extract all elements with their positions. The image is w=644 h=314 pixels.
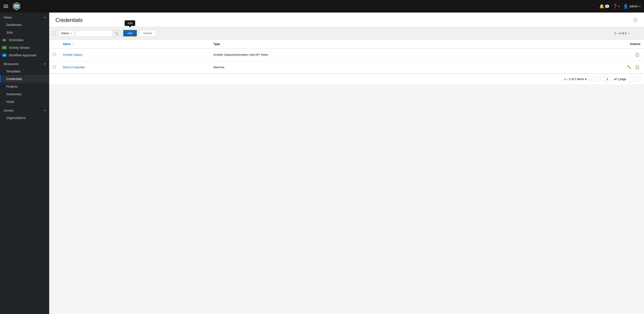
- delete-button[interactable]: Delete: [139, 30, 156, 36]
- sidebar-item-activity-stream[interactable]: ✓ Activity Stream: [0, 44, 49, 52]
- nav-right: 🔔 0 ❓ ▾ 👤 admin ▾: [599, 4, 640, 9]
- top-navigation: AWX 🔔 0 ❓ ▾ 👤 admin ▾: [0, 0, 644, 12]
- sidebar-item-organizations[interactable]: Organizations: [0, 114, 49, 122]
- search-wrap: 🔍: [76, 30, 121, 36]
- items-per-page-text: 1 – 2 of 2 items: [564, 78, 584, 81]
- items-per-page-dropdown[interactable]: 1 – 2 of 2 items ▾: [564, 78, 586, 81]
- filter-caret-icon: ▾: [70, 32, 72, 34]
- main-content: Credentials 🕐 Name ▾ 🔍 Add Add Delete: [49, 12, 644, 314]
- help-menu[interactable]: ❓ ▾: [613, 4, 620, 9]
- history-button[interactable]: 🕐: [633, 18, 638, 22]
- row-name-cell-1: Demo Credential: [59, 61, 210, 74]
- page-total-text: of 1 page: [614, 78, 626, 81]
- user-caret-icon: ▾: [639, 5, 640, 8]
- search-input[interactable]: [76, 30, 112, 36]
- filter-label: Name: [61, 32, 69, 35]
- toolbar-pagination-caret-icon[interactable]: ▾: [628, 32, 630, 34]
- sidebar-item-credentials[interactable]: Credentials: [0, 75, 49, 83]
- col-checkbox: [49, 40, 59, 48]
- copy-icon-0[interactable]: 📋: [634, 52, 640, 58]
- toolbar: Name ▾ 🔍 Add Add Delete 1 – 2 of 2 ▾ ‹ ›: [49, 27, 644, 40]
- sidebar-item-workflow-approvals[interactable]: ⇄ Workflow Approvals: [0, 52, 49, 59]
- hamburger-menu[interactable]: [4, 5, 8, 8]
- row-name-cell-0: Ansible Galaxy: [59, 48, 210, 61]
- add-button[interactable]: Add: [123, 30, 137, 37]
- row-actions-cell-1: ✏️ 📋: [532, 61, 644, 74]
- col-actions-header: Actions: [532, 40, 644, 48]
- row-checkbox-cell: [49, 48, 59, 61]
- sidebar-item-inventories[interactable]: Inventories: [0, 90, 49, 98]
- page-header: Credentials 🕐: [49, 12, 644, 27]
- nav-left: AWX: [4, 1, 22, 11]
- row-checkbox-cell: [49, 61, 59, 74]
- toolbar-pagination-text: 1 – 2 of 2: [614, 32, 626, 35]
- sidebar-access-header[interactable]: Access ▾: [0, 106, 49, 114]
- table-row: Ansible Galaxy Ansible Galaxy/Automation…: [49, 48, 644, 61]
- items-per-page-caret-icon: ▾: [585, 78, 586, 81]
- workflow-badge: ⇄: [2, 54, 7, 57]
- logo[interactable]: AWX: [12, 1, 22, 11]
- bell-icon: 🔔: [599, 4, 604, 9]
- col-name-header[interactable]: Name ↑: [59, 40, 210, 48]
- access-caret-icon: ▾: [44, 109, 46, 112]
- sidebar-views-label: Views: [4, 16, 12, 19]
- sidebar-resources-label: Resources: [4, 62, 18, 66]
- toolbar-prev-arrow-icon[interactable]: ‹: [631, 31, 635, 36]
- row-checkbox-1[interactable]: [53, 66, 56, 68]
- activity-stream-badge: ✓: [2, 46, 7, 50]
- prev-page-button[interactable]: ‹: [596, 76, 600, 82]
- filter-dropdown[interactable]: Name ▾: [59, 30, 74, 36]
- sidebar-item-projects[interactable]: Projects: [0, 83, 49, 90]
- sidebar-item-schedules[interactable]: 11 Schedules: [0, 36, 49, 44]
- svg-text:AWX: AWX: [14, 5, 19, 8]
- history-icon: 🕐: [633, 18, 638, 22]
- views-caret-icon: ▾: [44, 16, 46, 19]
- awx-logo-icon: AWX: [12, 1, 22, 11]
- select-all-checkbox[interactable]: [53, 32, 56, 35]
- help-caret: ▾: [618, 5, 620, 8]
- last-page-button[interactable]: »: [635, 76, 640, 82]
- table-footer: 1 – 2 of 2 items ▾ « ‹ of 1 page › »: [49, 74, 644, 84]
- toolbar-right: 1 – 2 of 2 ▾ ‹ ›: [614, 31, 640, 36]
- first-page-button[interactable]: «: [589, 76, 594, 82]
- row-type-cell-1: Machine: [210, 61, 532, 74]
- help-icon: ❓: [613, 4, 618, 9]
- credential-link-0[interactable]: Ansible Galaxy: [63, 53, 82, 56]
- sidebar-views-header[interactable]: Views ▾: [0, 12, 49, 21]
- sidebar-item-hosts[interactable]: Hosts: [0, 98, 49, 106]
- notification-count: 0: [605, 5, 609, 8]
- copy-icon-1[interactable]: 📋: [634, 64, 640, 70]
- table-header: Name ↑ Type Actions: [49, 40, 644, 48]
- credentials-table-body: Ansible Galaxy Ansible Galaxy/Automation…: [49, 48, 644, 74]
- sidebar-access-label: Access: [4, 109, 14, 112]
- add-button-container: Add Add: [123, 30, 137, 37]
- user-icon: 👤: [623, 4, 628, 9]
- sidebar-item-jobs[interactable]: Jobs: [0, 29, 49, 36]
- notification-bell[interactable]: 🔔 0: [599, 4, 609, 9]
- sort-asc-icon: ↑: [72, 43, 74, 46]
- resources-caret-icon: ▾: [44, 62, 46, 66]
- sidebar-item-templates[interactable]: Templates: [0, 68, 49, 75]
- credentials-table-wrap: Name ↑ Type Actions Ansible: [49, 40, 644, 84]
- credentials-table: Name ↑ Type Actions Ansible: [49, 40, 644, 74]
- table-row: Demo Credential Machine ✏️ 📋: [49, 61, 644, 74]
- row-checkbox-0[interactable]: [53, 53, 56, 56]
- next-page-button[interactable]: ›: [628, 76, 633, 82]
- toolbar-next-arrow-icon[interactable]: ›: [636, 31, 640, 36]
- sidebar-resources-header[interactable]: Resources ▾: [0, 59, 49, 68]
- edit-icon-1[interactable]: ✏️: [626, 64, 632, 70]
- user-menu[interactable]: 👤 admin ▾: [623, 4, 640, 9]
- schedules-badge: 11: [2, 38, 7, 42]
- credential-link-1[interactable]: Demo Credential: [63, 66, 85, 69]
- row-actions-cell-0: 📋: [532, 48, 644, 61]
- row-type-cell-0: Ansible Galaxy/Automation Hub API Token: [210, 48, 532, 61]
- page-title: Credentials: [56, 17, 82, 23]
- user-label: admin: [630, 4, 638, 8]
- sidebar-item-dashboard[interactable]: Dashboard: [0, 21, 49, 29]
- sidebar: Views ▾ Dashboard Jobs 11 Schedules ✓ Ac…: [0, 12, 49, 314]
- page-number-input[interactable]: [603, 76, 612, 82]
- col-type-header: Type: [210, 40, 532, 48]
- search-button[interactable]: 🔍: [112, 30, 120, 36]
